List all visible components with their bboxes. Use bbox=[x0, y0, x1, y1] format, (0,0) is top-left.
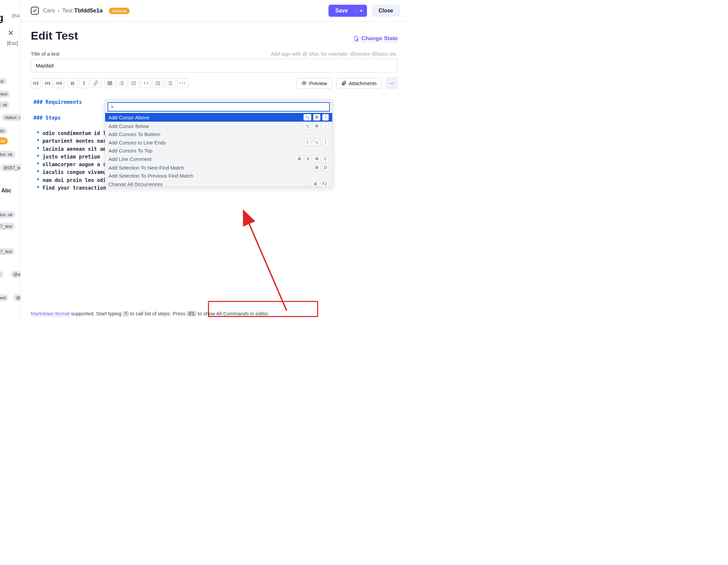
palette-item-label: Add Cursors to Line Ends bbox=[108, 140, 304, 145]
more-button[interactable]: ··· bbox=[177, 78, 189, 88]
table-icon bbox=[107, 80, 113, 86]
palette-item-label: Add Selection To Next Find Match bbox=[108, 165, 313, 171]
key: ⌥ bbox=[303, 123, 311, 129]
sidebar-pill: bc bbox=[0, 127, 7, 134]
palette-item[interactable]: Add Cursor Above⌥⌘↑ bbox=[105, 113, 332, 122]
change-state-link[interactable]: Change State bbox=[353, 35, 398, 42]
chevron-down-icon[interactable]: ▼ bbox=[355, 9, 363, 13]
unordered-list-plus-button[interactable] bbox=[153, 78, 163, 88]
command-palette[interactable]: Add Cursor Above⌥⌘↑Add Cursor Below⌥⌘↓Ad… bbox=[105, 100, 333, 187]
preview-label: Preview bbox=[309, 80, 327, 86]
save-button[interactable]: Save ▼ bbox=[329, 5, 367, 17]
sidebar-pill: s: ok bbox=[0, 101, 10, 108]
sidebar-pill: ual bbox=[0, 137, 8, 144]
sidebar-strip: g 354 ✕ [Esc] bc _test s: ok status: o b… bbox=[0, 0, 21, 320]
sidebar-count: 354 bbox=[11, 13, 20, 18]
key: C bbox=[322, 155, 329, 162]
save-label: Save bbox=[335, 8, 348, 14]
app-glyph: g bbox=[0, 12, 3, 23]
svg-point-3 bbox=[132, 83, 133, 83]
key: K bbox=[305, 155, 311, 162]
title-input[interactable] bbox=[31, 59, 398, 72]
palette-item[interactable]: Add Cursors To Bottom bbox=[105, 130, 332, 138]
ordered-list-button[interactable] bbox=[117, 78, 127, 88]
palette-item[interactable]: Add Line Comment⌘K⌘C bbox=[105, 154, 332, 163]
editor-line: parturient montes nas bbox=[43, 138, 106, 144]
heading3-button[interactable]: H3 bbox=[43, 78, 53, 88]
unordered-list-icon bbox=[131, 80, 137, 86]
key: ⌘ bbox=[313, 114, 320, 121]
palette-item-label: Add Cursor Above bbox=[108, 115, 303, 120]
sidebar-text: 77 Abc bbox=[0, 188, 11, 194]
svg-point-4 bbox=[132, 84, 133, 85]
link-button[interactable] bbox=[90, 78, 101, 88]
table-button[interactable] bbox=[104, 78, 115, 88]
code-icon bbox=[143, 80, 149, 86]
sidebar-pill: 057_test bbox=[0, 248, 15, 255]
svg-point-5 bbox=[156, 81, 157, 82]
footer-hint: Markdown format supported. Start typing … bbox=[31, 311, 269, 316]
svg-rect-1 bbox=[108, 81, 112, 85]
link-icon bbox=[93, 80, 99, 86]
palette-item-label: Add Cursors To Top bbox=[108, 148, 329, 153]
unordered-list-button[interactable] bbox=[129, 78, 139, 88]
palette-item-label: Add Cursors To Bottom bbox=[108, 131, 329, 137]
svg-point-8 bbox=[303, 82, 305, 84]
palette-item[interactable]: Add Cursor Below⌥⌘↓ bbox=[105, 122, 332, 130]
bold-button[interactable]: B bbox=[68, 78, 78, 88]
editor-line: lacinia aenean sit am bbox=[43, 146, 106, 152]
tags-hint: Add tags with @ char, for example: @smok… bbox=[271, 51, 398, 57]
key-f1: F1 bbox=[187, 311, 196, 316]
breadcrumb-root[interactable]: Cars bbox=[43, 7, 55, 14]
palette-item-label: Change All Occurrences bbox=[108, 181, 312, 187]
palette-input[interactable] bbox=[107, 102, 330, 112]
palette-item[interactable]: Change All Occurrences⌘F2 bbox=[105, 180, 332, 187]
palette-item[interactable]: Add Cursors to Line Ends⇧⌥I bbox=[105, 138, 332, 147]
breadcrumb: Cars › Test Tbfdd5e1a manual bbox=[43, 7, 130, 14]
key: ⌥ bbox=[303, 114, 311, 121]
palette-item[interactable]: Add Selection To Previous Find Match bbox=[105, 172, 332, 180]
key: ⇧ bbox=[304, 139, 311, 146]
preview-button[interactable]: Preview bbox=[296, 78, 332, 89]
sidebar-pill: atus: ok bbox=[0, 211, 15, 218]
sidebar-pill: _test bbox=[0, 90, 10, 98]
close-button[interactable]: Close bbox=[372, 5, 400, 17]
sidebar-pill: @ bbox=[13, 294, 21, 301]
title-label: Title of a test bbox=[31, 51, 59, 57]
palette-item-keys: ⌘K⌘C bbox=[296, 155, 329, 162]
checkbox-icon[interactable] bbox=[31, 7, 39, 15]
palette-list: Add Cursor Above⌥⌘↑Add Cursor Below⌥⌘↓Ad… bbox=[105, 113, 332, 187]
editor-line: iaculis congue vivamu bbox=[43, 169, 106, 175]
palette-item[interactable]: Add Cursors To Top bbox=[105, 147, 332, 154]
page-title: Edit Test bbox=[31, 29, 78, 42]
italic-button[interactable]: I bbox=[79, 78, 89, 88]
key-star: * bbox=[123, 311, 129, 316]
editor-line: odio condimentum id l bbox=[43, 130, 106, 136]
palette-item-keys: ⌘D bbox=[313, 164, 329, 171]
key: ⌥ bbox=[312, 139, 320, 146]
document-icon bbox=[353, 36, 359, 42]
svg-point-7 bbox=[156, 84, 157, 85]
eye-icon bbox=[301, 80, 307, 86]
sidebar-pill: @057_te bbox=[1, 164, 21, 171]
code-button[interactable] bbox=[141, 78, 151, 88]
palette-item-label: Add Selection To Previous Find Match bbox=[108, 173, 329, 179]
key: ⌘ bbox=[313, 123, 320, 129]
kebab-button[interactable]: ··· bbox=[386, 77, 398, 89]
sidebar-pill: @a bbox=[11, 271, 21, 278]
editor-line: justo etiam pretium bbox=[43, 154, 103, 160]
editor-line: Find your transaction bbox=[43, 185, 106, 191]
heading4-button[interactable]: H4 bbox=[54, 78, 64, 88]
close-icon[interactable]: ✕ bbox=[8, 31, 12, 36]
markdown-format-link[interactable]: Markdown format bbox=[31, 311, 70, 317]
palette-item[interactable]: Add Selection To Next Find Match⌘D bbox=[105, 163, 332, 172]
heading2-button[interactable]: H2 bbox=[31, 78, 41, 88]
sidebar-pill: 057_test bbox=[0, 223, 15, 230]
palette-item-keys: ⌥⌘↑ bbox=[303, 114, 329, 121]
palette-item-keys: ⌘F2 bbox=[312, 181, 329, 187]
breadcrumb-id: Tbfdd5e1a bbox=[74, 7, 103, 14]
sidebar-pill: atus: ok bbox=[0, 151, 15, 158]
topbar: Cars › Test Tbfdd5e1a manual Save ▼ Clos… bbox=[21, 0, 408, 22]
attachments-button[interactable]: Attachments bbox=[336, 78, 382, 89]
ordered-list-plus-button[interactable] bbox=[165, 78, 175, 88]
